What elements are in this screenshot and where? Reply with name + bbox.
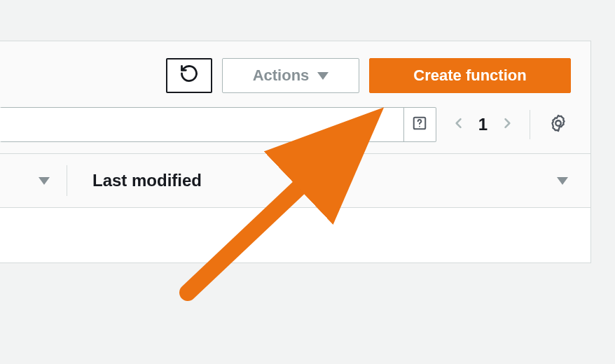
actions-dropdown[interactable]: Actions (222, 58, 359, 93)
settings-button[interactable] (541, 113, 571, 136)
search-container (0, 107, 436, 142)
sort-icon (39, 177, 50, 185)
current-page: 1 (478, 115, 488, 134)
help-icon (412, 115, 427, 134)
search-input[interactable] (0, 108, 403, 141)
create-function-button[interactable]: Create function (369, 58, 571, 93)
next-page-button[interactable] (500, 113, 514, 136)
sort-icon (557, 177, 568, 185)
table-body-empty (0, 208, 590, 262)
functions-panel: Actions Create function (0, 41, 591, 263)
column-header-prev[interactable] (0, 165, 67, 196)
column-header-last-modified[interactable]: Last modified (67, 171, 590, 190)
column-label: Last modified (92, 171, 202, 190)
divider (530, 110, 530, 139)
caret-down-icon (317, 72, 329, 80)
svg-point-2 (555, 120, 560, 125)
toolbar: Actions Create function (0, 41, 590, 106)
pagination: 1 (448, 113, 518, 136)
table-header-row: Last modified (0, 153, 590, 208)
prev-page-button[interactable] (452, 113, 466, 136)
svg-point-1 (419, 125, 420, 127)
filter-help-button[interactable] (403, 108, 436, 141)
filter-row: 1 (0, 106, 590, 153)
refresh-icon (179, 64, 199, 88)
gear-icon (548, 123, 568, 135)
refresh-button[interactable] (166, 58, 212, 93)
actions-label: Actions (253, 66, 310, 85)
create-function-label: Create function (413, 66, 526, 85)
